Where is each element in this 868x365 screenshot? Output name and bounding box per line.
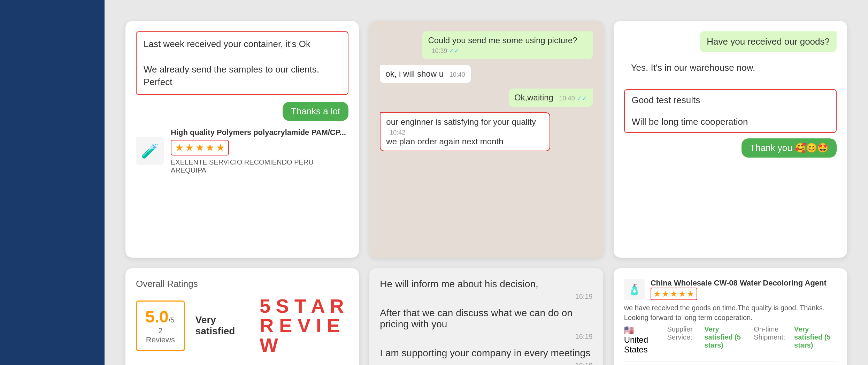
chat-message-received-1: ok, i will show u 10:40 [380, 65, 592, 83]
star-2: ★ [185, 142, 194, 153]
msg-time-2: 16:19 [380, 333, 592, 341]
meta-value-ontime: Very satisfied (5 stars) [794, 325, 837, 355]
chat-text-long-time: Will be long time cooperation [632, 116, 829, 127]
chat-text-engineer: our enginner is satisfying for your qual… [386, 117, 536, 127]
chat-text-could-you: Could you send me some using picture? [428, 36, 577, 45]
cards-grid: Last week received your container, it's … [125, 21, 847, 365]
five-star-text-2: R E V I E W [260, 316, 348, 355]
msg-block-2: After that we can discuss what we can do… [380, 307, 592, 341]
r-star-1-1: ★ [653, 289, 661, 299]
review-meta-1: 🇺🇸 United States Supplier Service: Very … [624, 325, 837, 355]
msg-time-3: 10:40 [559, 95, 587, 102]
five-star-text-1: 5 S T A R [260, 296, 348, 316]
product-section: 🧪 High quality Polymers polyacrylamide P… [136, 128, 348, 174]
msg-block-1: He will inform me about his decision, 16… [380, 279, 592, 301]
satisfied-label: Very satisfied [195, 314, 249, 337]
chat-bubble-received-1: Last week received your container, it's … [136, 31, 348, 95]
five-star-block: 5 S T A R R E V I E W [260, 296, 348, 355]
chat-text-1: Last week received your container, it's … [144, 38, 341, 50]
ratings-header: Overall Ratings [136, 279, 348, 289]
ratings-main: 5.0 /5 2 Reviews Very satisfied 5 S T A … [136, 296, 348, 355]
review-text-1: we have received the goods on time.The q… [624, 303, 837, 322]
card-overall-ratings: Overall Ratings 5.0 /5 2 Reviews Very sa… [125, 268, 359, 365]
star-5: ★ [216, 142, 225, 153]
product-name: High quality Polymers polyacrylamide PAM… [171, 128, 348, 137]
r-star-1-5: ★ [687, 289, 694, 299]
bubble-could-you: Could you send me some using picture? 10… [422, 31, 592, 59]
product-info: High quality Polymers polyacrylamide PAM… [171, 128, 348, 174]
bubble-received-goods: Have you received our goods? [700, 31, 837, 52]
stars-highlighted: ★ ★ ★ ★ ★ [171, 140, 229, 155]
content-area: Last week received your container, it's … [105, 0, 868, 365]
bubble-thank-you: Thank you 🥰😊🤩 [742, 138, 837, 158]
chat-message-sent-2: Ok,waiting 10:40 [380, 89, 592, 107]
card-negotiation-chat: He will inform me about his decision, 16… [369, 268, 603, 365]
country-flag-1: 🇺🇸 United States [624, 325, 660, 355]
satisfied-block: Very satisfied [195, 314, 249, 337]
reviews-count: 2 Reviews [145, 326, 176, 344]
score-box: 5.0 /5 2 Reviews [136, 301, 185, 351]
bubble-warehouse-yes: Yes. It's in our warehouse now. [624, 58, 762, 78]
chat-text-will-show: ok, i will show u [385, 69, 444, 78]
bubble-will-show: ok, i will show u 10:40 [380, 65, 470, 83]
bubble-test-results: Good test results Will be long time coop… [624, 89, 837, 133]
r-star-1-2: ★ [662, 289, 669, 299]
card-chat-rating: Last week received your container, it's … [125, 21, 359, 258]
card-warehouse-chat: Have you received our goods? Yes. It's i… [614, 21, 847, 258]
chat-text-2: We already send the samples to our clien… [144, 63, 341, 89]
star-4: ★ [206, 142, 214, 153]
bubble-engineer: our enginner is satisfying for your qual… [380, 112, 550, 151]
star-1: ★ [175, 142, 184, 153]
review-header-1: 🧴 China Wholesale CW-08 Water Decoloring… [624, 279, 837, 300]
chat-text-order: we plan order again next month [386, 137, 503, 146]
review-stars-1: ★ ★ ★ ★ ★ [651, 288, 697, 300]
chat-msg-2: After that we can discuss what we can do… [380, 307, 592, 330]
chat-text-waiting: Ok,waiting [514, 93, 553, 102]
card-whatsapp-chat: Could you send me some using picture? 10… [369, 21, 603, 258]
r-star-1-4: ★ [678, 289, 686, 299]
bubble-waiting: Ok,waiting 10:40 [509, 89, 593, 107]
msg-time-1: 10:39 [431, 47, 459, 54]
product-origin: EXELENTE SERVICIO RECOMIENDO PERU AREQUI… [171, 158, 348, 174]
chat-text-good-test: Good test results [632, 95, 829, 106]
chat-message-received-2: our enginner is satisfying for your qual… [380, 112, 592, 151]
product-image: 🧪 [136, 137, 164, 165]
product-icon: 🧪 [141, 143, 159, 159]
msg-time-4: 10:42 [390, 129, 405, 136]
product-thumb-1: 🧴 [624, 279, 645, 300]
sidebar [0, 0, 105, 365]
msg-block-3: I am supporting your company in every me… [380, 348, 592, 365]
msg-time-1: 16:19 [380, 292, 592, 301]
review-product-info-1: China Wholesale CW-08 Water Decoloring A… [651, 279, 827, 300]
review-1: 🧴 China Wholesale CW-08 Water Decoloring… [624, 279, 837, 362]
msg-time-3: 16:19 [380, 362, 592, 365]
score-number: 5.0 [145, 307, 169, 326]
chat-msg-3: I am supporting your company in every me… [380, 348, 592, 359]
card-product-reviews: 🧴 China Wholesale CW-08 Water Decoloring… [614, 268, 847, 365]
chat-msg-1: He will inform me about his decision, [380, 279, 592, 290]
score-suffix: /5 [169, 316, 175, 324]
r-star-1-3: ★ [670, 289, 678, 299]
chat-message-sent-1: Could you send me some using picture? 10… [380, 31, 592, 59]
chat-bubble-thanks: Thanks a lot [283, 102, 349, 121]
review-product-name-1: China Wholesale CW-08 Water Decoloring A… [651, 279, 827, 288]
star-3: ★ [195, 142, 204, 153]
meta-label-supplier: Supplier Service: [667, 325, 697, 355]
meta-label-ontime: On-time Shipment: [754, 325, 787, 355]
msg-time-2: 10:40 [450, 71, 465, 78]
meta-value-supplier: Very satisfied (5 stars) [704, 325, 747, 355]
